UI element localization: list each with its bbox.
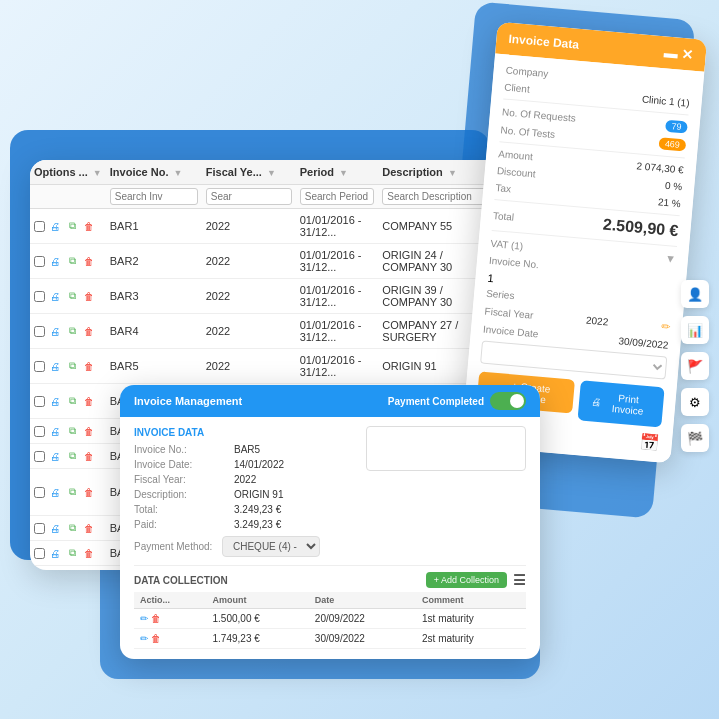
copy-row-icon[interactable]: ⧉	[65, 449, 79, 463]
print-invoice-button[interactable]: 🖨 Print Invoice	[578, 380, 665, 427]
inv-date-value: 14/01/2022	[234, 459, 284, 470]
settings-side-icon[interactable]: ⚙	[681, 388, 709, 416]
row-actions: 🖨 ⧉ 🗑	[30, 469, 106, 516]
table-row[interactable]: 🖨 ⧉ 🗑 BAR3 2022 01/01/2016 - 31/12... OR…	[30, 279, 500, 314]
copy-row-icon[interactable]: ⧉	[65, 485, 79, 499]
col-period-label: Period	[300, 166, 334, 178]
invoice-comment-textarea[interactable]	[366, 426, 526, 471]
close-icon[interactable]: ✕	[681, 46, 694, 63]
col-fiscal-year[interactable]: Fiscal Ye... ▼	[202, 160, 296, 185]
invoice-comment-col: Invoice Comment:	[366, 444, 526, 557]
copy-row-icon[interactable]: ⧉	[65, 254, 79, 268]
delete-row-icon[interactable]: 🗑	[82, 254, 96, 268]
row-checkbox[interactable]	[34, 291, 45, 302]
flag-side-icon[interactable]: 🚩	[681, 352, 709, 380]
delete-row-icon[interactable]: 🗑	[82, 359, 96, 373]
del-coll-icon[interactable]: 🗑	[151, 613, 161, 624]
header-icons: ▬ ✕	[663, 44, 694, 63]
invoice-details-block: Invoice No.: BAR5 Invoice Date: 14/01/20…	[134, 444, 526, 557]
edit-coll-icon[interactable]: ✏	[140, 613, 148, 624]
row-checkbox[interactable]	[34, 221, 45, 232]
payment-method-select[interactable]: CHEQUE (4) -	[222, 536, 320, 557]
flag2-side-icon[interactable]: 🏁	[681, 424, 709, 452]
print-row-icon[interactable]: 🖨	[48, 219, 62, 233]
col-description[interactable]: Description ▼	[378, 160, 500, 185]
delete-row-icon[interactable]: 🗑	[82, 485, 96, 499]
table-row[interactable]: 🖨 ⧉ 🗑 BAR5 2022 01/01/2016 - 31/12... OR…	[30, 349, 500, 384]
vat-chevron-icon[interactable]: ▼	[665, 252, 677, 265]
copy-row-icon[interactable]: ⧉	[65, 521, 79, 535]
search-period-input[interactable]	[300, 188, 375, 205]
add-collection-button[interactable]: + Add Collection	[426, 572, 507, 588]
search-fiscal-input[interactable]	[206, 188, 292, 205]
invoice-date-value: 30/09/2022	[618, 335, 669, 350]
print-row-icon[interactable]: 🖨	[48, 359, 62, 373]
invoice-date-label: Invoice Date	[483, 324, 539, 340]
del-coll-icon[interactable]: 🗑	[151, 633, 161, 644]
col-options-label: Options ...	[34, 166, 88, 178]
coll-date: 30/09/2022	[309, 629, 416, 649]
delete-row-icon[interactable]: 🗑	[82, 546, 96, 560]
row-fiscal-year: 2022	[202, 279, 296, 314]
payment-toggle[interactable]	[490, 392, 526, 410]
delete-row-icon[interactable]: 🗑	[82, 521, 96, 535]
row-invoice-no: BAR4	[106, 314, 202, 349]
print-row-icon[interactable]: 🖨	[48, 424, 62, 438]
delete-row-icon[interactable]: 🗑	[82, 324, 96, 338]
copy-row-icon[interactable]: ⧉	[65, 359, 79, 373]
delete-row-icon[interactable]: 🗑	[82, 424, 96, 438]
copy-row-icon[interactable]: ⧉	[65, 394, 79, 408]
print-row-icon[interactable]: 🖨	[48, 449, 62, 463]
row-checkbox[interactable]	[34, 426, 45, 437]
edit-fiscal-icon[interactable]: ✏	[660, 320, 670, 334]
filter-invoice-no	[106, 185, 202, 209]
inv-fiscal-value: 2022	[234, 474, 256, 485]
company-label: Company	[505, 65, 549, 80]
table-row[interactable]: 🖨 ⧉ 🗑 BAR2 2022 01/01/2016 - 31/12... OR…	[30, 244, 500, 279]
user-side-icon[interactable]: 👤	[681, 280, 709, 308]
coll-amount: 1.749,23 €	[207, 629, 309, 649]
row-checkbox[interactable]	[34, 396, 45, 407]
search-invoice-input[interactable]	[110, 188, 198, 205]
delete-row-icon[interactable]: 🗑	[82, 219, 96, 233]
copy-row-icon[interactable]: ⧉	[65, 219, 79, 233]
copy-row-icon[interactable]: ⧉	[65, 324, 79, 338]
row-checkbox[interactable]	[34, 361, 45, 372]
row-checkbox[interactable]	[34, 487, 45, 498]
minimize-icon[interactable]: ▬	[663, 44, 678, 61]
delete-row-icon[interactable]: 🗑	[82, 394, 96, 408]
table-row[interactable]: 🖨 ⧉ 🗑 BAR1 2022 01/01/2016 - 31/12... CO…	[30, 209, 500, 244]
copy-row-icon[interactable]: ⧉	[65, 424, 79, 438]
chart-side-icon[interactable]: 📊	[681, 316, 709, 344]
calendar-icon[interactable]: 📅	[639, 432, 661, 453]
col-options[interactable]: Options ... ▼	[30, 160, 106, 185]
print-row-icon[interactable]: 🖨	[48, 324, 62, 338]
print-row-icon[interactable]: 🖨	[48, 546, 62, 560]
inv-paid-value: 3.249,23 €	[234, 519, 281, 530]
sort-invoice-icon: ▼	[174, 168, 183, 178]
row-checkbox[interactable]	[34, 548, 45, 559]
print-row-icon[interactable]: 🖨	[48, 521, 62, 535]
table-row[interactable]: 🖨 ⧉ 🗑 BAR4 2022 01/01/2016 - 31/12... CO…	[30, 314, 500, 349]
coll-action: ✏ 🗑	[134, 629, 207, 649]
delete-row-icon[interactable]: 🗑	[82, 289, 96, 303]
row-checkbox[interactable]	[34, 523, 45, 534]
delete-row-icon[interactable]: 🗑	[82, 449, 96, 463]
copy-row-icon[interactable]: ⧉	[65, 289, 79, 303]
row-period: 01/01/2016 - 31/12...	[296, 314, 379, 349]
copy-row-icon[interactable]: ⧉	[65, 546, 79, 560]
col-period[interactable]: Period ▼	[296, 160, 379, 185]
row-checkbox[interactable]	[34, 451, 45, 462]
col-invoice-no[interactable]: Invoice No. ▼	[106, 160, 202, 185]
print-row-icon[interactable]: 🖨	[48, 254, 62, 268]
edit-coll-icon[interactable]: ✏	[140, 633, 148, 644]
row-checkbox[interactable]	[34, 256, 45, 267]
row-checkbox[interactable]	[34, 326, 45, 337]
invoice-left-col: Invoice No.: BAR5 Invoice Date: 14/01/20…	[134, 444, 350, 557]
print-row-icon[interactable]: 🖨	[48, 394, 62, 408]
collection-menu-icon[interactable]: ☰	[513, 572, 526, 588]
print-row-icon[interactable]: 🖨	[48, 485, 62, 499]
coll-comment: 1st maturity	[416, 609, 526, 629]
search-description-input[interactable]	[382, 188, 496, 205]
print-row-icon[interactable]: 🖨	[48, 289, 62, 303]
